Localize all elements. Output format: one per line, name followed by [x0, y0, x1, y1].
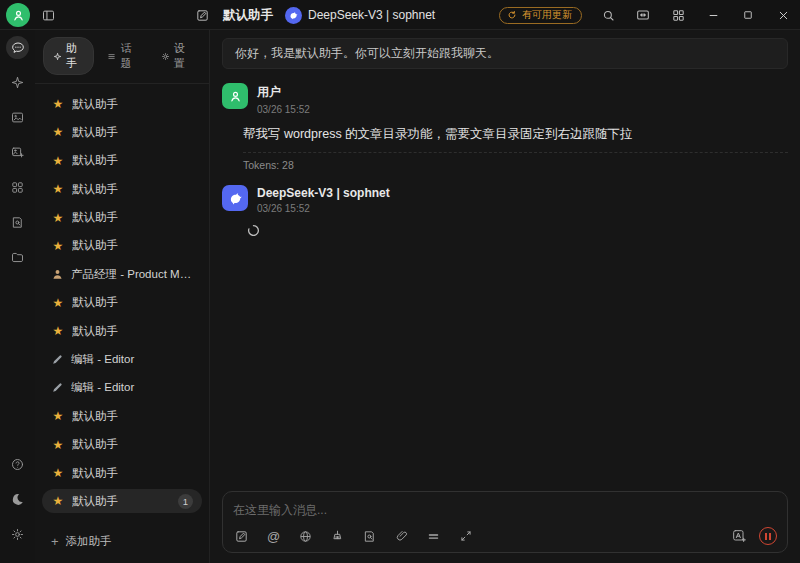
- message-author: 用户: [257, 83, 310, 101]
- titlebar: 默认助手 DeepSeek-V3 | sophnet 有可用更新: [0, 0, 800, 30]
- pencil-icon: [51, 353, 64, 366]
- mini-window-icon[interactable]: [634, 6, 652, 24]
- star-icon: ★: [51, 467, 65, 479]
- assistant-item[interactable]: ★ 默认助手: [42, 120, 202, 144]
- new-topic-icon[interactable]: [233, 528, 250, 545]
- list-icon: [107, 51, 116, 62]
- star-icon: ★: [51, 155, 65, 167]
- minapps-nav-icon[interactable]: [6, 175, 30, 199]
- files-nav-icon[interactable]: [6, 245, 30, 269]
- theme-moon-icon[interactable]: [6, 487, 30, 511]
- assistant-item[interactable]: 编辑 - Editor: [42, 376, 202, 400]
- assistant-item-selected[interactable]: ★ 默认助手 1: [42, 489, 202, 513]
- pencil-icon: [51, 381, 64, 394]
- attachment-icon[interactable]: [393, 528, 410, 545]
- app-window: 默认助手 DeepSeek-V3 | sophnet 有可用更新: [0, 0, 800, 563]
- help-icon[interactable]: [6, 452, 30, 476]
- tab-topics[interactable]: 话题: [98, 37, 147, 75]
- composer: @: [222, 491, 788, 553]
- model-name: DeepSeek-V3 | sophnet: [308, 8, 435, 22]
- assistants-sidebar: 助手 话题 设置 ★ 默认助手: [35, 30, 210, 563]
- loading-spinner: [247, 224, 788, 237]
- message-input[interactable]: [233, 503, 777, 517]
- assistant-item[interactable]: ★ 默认助手: [42, 433, 202, 457]
- assistant-item[interactable]: ★ 默认助手: [42, 92, 202, 116]
- assistant-message: DeepSeek-V3 | sophnet 03/26 15:52: [222, 185, 788, 237]
- gear-icon: [161, 51, 170, 62]
- message-time: 03/26 15:52: [257, 104, 310, 115]
- assistant-item[interactable]: ★ 默认助手: [42, 404, 202, 428]
- deepseek-avatar[interactable]: [222, 185, 248, 211]
- pause-generation-button[interactable]: [759, 527, 777, 545]
- deepseek-logo-icon: [285, 7, 302, 24]
- deepseek-logo-icon: [227, 190, 244, 207]
- star-icon: ★: [51, 325, 65, 337]
- star-icon: ★: [51, 126, 65, 138]
- star-icon: ★: [51, 495, 65, 507]
- assistant-list: ★ 默认助手 ★ 默认助手 ★ 默认助手 ★ 默认助手 ★ 默认助手: [35, 84, 209, 532]
- page-title: 默认助手: [223, 7, 273, 24]
- assistant-item[interactable]: ★ 默认助手: [42, 291, 202, 315]
- assistant-greeting: 你好，我是默认助手。你可以立刻开始跟我聊天。: [222, 38, 788, 69]
- model-selector-button[interactable]: DeepSeek-V3 | sophnet: [285, 7, 435, 24]
- star-icon: ★: [51, 297, 65, 309]
- user-avatar[interactable]: [6, 3, 30, 27]
- assistant-item[interactable]: ★ 默认助手: [42, 461, 202, 485]
- star-icon: ★: [51, 98, 65, 110]
- mention-model-icon[interactable]: @: [265, 528, 282, 545]
- image-generation-nav-icon[interactable]: [6, 140, 30, 164]
- add-assistant-button[interactable]: + 添加助手: [35, 532, 209, 563]
- user-message: 用户 03/26 15:52 帮我写 wordpress 的文章目录功能，需要文…: [222, 83, 788, 171]
- expand-icon[interactable]: [457, 528, 474, 545]
- assistant-item[interactable]: ★ 默认助手: [42, 177, 202, 201]
- clear-context-icon[interactable]: [425, 528, 442, 545]
- message-time: 03/26 15:52: [257, 203, 390, 214]
- tab-assistants[interactable]: 助手: [43, 37, 94, 75]
- topic-count-badge: 1: [178, 494, 193, 509]
- chat-nav-icon[interactable]: [6, 36, 29, 59]
- apps-grid-icon[interactable]: [669, 6, 687, 24]
- user-message-avatar[interactable]: [222, 83, 248, 109]
- message-list: 用户 03/26 15:52 帮我写 wordpress 的文章目录功能，需要文…: [210, 71, 800, 491]
- message-text: 帮我写 wordpress 的文章目录功能，需要文章目录固定到右边跟随下拉: [243, 125, 788, 143]
- person-icon: [51, 268, 64, 281]
- web-search-icon[interactable]: [297, 528, 314, 545]
- assistant-item[interactable]: ★ 默认助手: [42, 206, 202, 230]
- message-tokens: Tokens: 28: [243, 152, 788, 171]
- assistant-item[interactable]: ★ 默认助手: [42, 234, 202, 258]
- message-author: DeepSeek-V3 | sophnet: [257, 185, 390, 200]
- maximize-button[interactable]: [739, 6, 757, 24]
- close-button[interactable]: [774, 6, 792, 24]
- knowledge-base-icon[interactable]: [361, 528, 378, 545]
- person-icon: [11, 8, 26, 23]
- chat-panel: 你好，我是默认助手。你可以立刻开始跟我聊天。 用户 03/26 15:52: [210, 30, 800, 563]
- assistant-item[interactable]: ★ 默认助手: [42, 149, 202, 173]
- composer-toolbar: @: [233, 527, 777, 545]
- tab-settings[interactable]: 设置: [152, 37, 201, 75]
- star-icon: ★: [51, 212, 65, 224]
- minimize-button[interactable]: [704, 6, 722, 24]
- plus-icon: +: [51, 535, 59, 548]
- translate-icon[interactable]: [730, 528, 747, 545]
- nav-rail: [0, 30, 35, 563]
- new-topic-icon[interactable]: [193, 6, 211, 24]
- assistant-item[interactable]: ★ 默认助手: [42, 319, 202, 343]
- person-icon: [228, 89, 243, 104]
- refresh-icon: [507, 10, 517, 20]
- star-icon: ★: [51, 183, 65, 195]
- knowledge-nav-icon[interactable]: [6, 210, 30, 234]
- sidebar-toggle-icon[interactable]: [39, 6, 57, 24]
- assistant-item[interactable]: 产品经理 - Product Manager: [42, 262, 202, 286]
- star-icon: ★: [51, 410, 65, 422]
- assistant-item[interactable]: 编辑 - Editor: [42, 348, 202, 372]
- update-available-badge[interactable]: 有可用更新: [499, 7, 582, 24]
- agents-nav-icon[interactable]: [6, 70, 30, 94]
- clear-messages-broom-icon[interactable]: [329, 528, 346, 545]
- star-icon: ★: [51, 240, 65, 252]
- images-nav-icon[interactable]: [6, 105, 30, 129]
- sidebar-tabs: 助手 话题 设置: [35, 30, 209, 84]
- settings-nav-icon[interactable]: [6, 522, 30, 546]
- sparkle-icon: [53, 51, 62, 62]
- search-icon[interactable]: [599, 6, 617, 24]
- star-icon: ★: [51, 439, 65, 451]
